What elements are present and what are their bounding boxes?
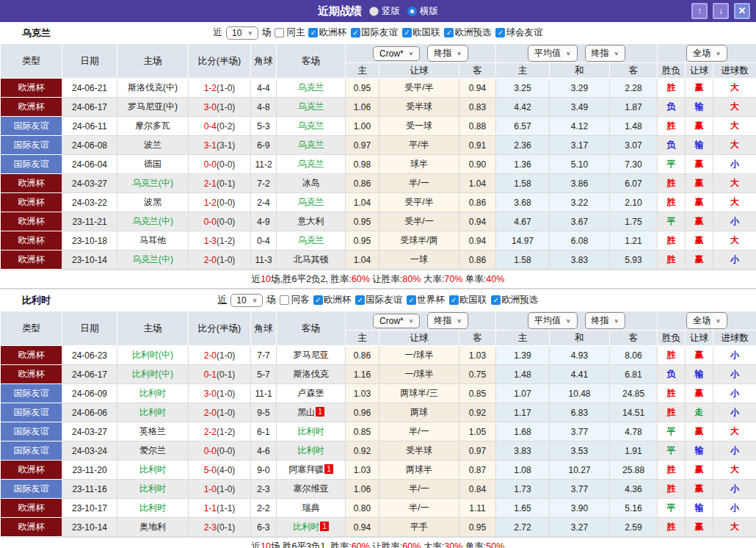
away-team-cell: 乌克兰 xyxy=(277,155,346,174)
summary-text: 单率: xyxy=(462,541,486,548)
home-odds-cell: 0.96 xyxy=(346,403,379,422)
home-team-cell: 摩尔多瓦 xyxy=(117,117,189,136)
average-select[interactable]: 平均值∨ xyxy=(528,45,578,62)
league-checkbox[interactable]: ✓国际友谊 xyxy=(355,294,402,306)
league-checkbox[interactable]: ✓欧国联 xyxy=(402,26,440,39)
titlebar-buttons: ↑ ↓ ✕ xyxy=(691,3,750,19)
date-cell: 23-10-14 xyxy=(62,250,117,270)
league-checkbox[interactable]: ✓欧洲杯 xyxy=(313,294,352,306)
date-cell: 23-10-18 xyxy=(62,231,117,250)
scope-select[interactable]: 全场∨ xyxy=(686,312,727,329)
avg-home-cell: 1.48 xyxy=(496,365,550,384)
recent-label: 近 xyxy=(218,294,228,306)
home-odds-cell: 0.95 xyxy=(346,212,379,231)
bookmaker-select[interactable]: Crow*∨ xyxy=(373,46,420,61)
full-time-score: 3-0 xyxy=(204,102,217,112)
avg-home-cell: 4.67 xyxy=(496,212,550,231)
col-home: 主场 xyxy=(117,44,189,79)
home-team-name: 乌克兰(中) xyxy=(132,254,173,264)
league-label: 欧洲预选 xyxy=(501,294,538,306)
home-team-name: 比利时(中) xyxy=(132,350,173,360)
half-time-score: (0-0) xyxy=(217,217,235,227)
same-venue-checkbox[interactable]: 同客 xyxy=(280,294,310,306)
full-time-score: 0-0 xyxy=(204,159,217,170)
date-cell: 24-06-06 xyxy=(62,403,117,422)
average-time-select[interactable]: 终指∨ xyxy=(585,312,626,329)
away-odds-cell: 0.88 xyxy=(459,117,496,136)
full-time-score: 0-4 xyxy=(204,121,217,131)
half-time-score: (0-1) xyxy=(217,522,235,533)
result-cell: 胜 xyxy=(658,193,686,212)
avg-draw-cell: 3.77 xyxy=(550,422,610,441)
layout-radio-vertical[interactable]: 竖版 xyxy=(369,5,400,18)
recent-count-value: 10 xyxy=(236,295,246,306)
away-team-name: 比利时 xyxy=(293,522,319,532)
league-checkbox[interactable]: ✓欧国联 xyxy=(449,294,487,306)
recent-count-select[interactable]: 10 ∨ xyxy=(226,26,258,40)
score-cell: 2-0(1-0) xyxy=(189,250,251,270)
move-up-button[interactable]: ↑ xyxy=(691,3,708,19)
league-checkbox[interactable]: ✓球会友谊 xyxy=(495,26,542,39)
scope-select[interactable]: 全场∨ xyxy=(686,45,727,62)
move-down-button[interactable]: ↓ xyxy=(713,3,729,19)
result-cell: 胜 xyxy=(658,461,686,480)
col-score: 比分(半场) xyxy=(189,44,251,79)
away-team-cell: 乌克兰 xyxy=(277,79,346,98)
matches-body: 欧洲杯24-06-23比利时(中)2-0(1-0)7-7罗马尼亚0.86一/球半… xyxy=(1,346,756,537)
result-cell: 胜 xyxy=(658,346,686,365)
corner-cell: 9-0 xyxy=(251,461,277,480)
competition-type-cell: 国际友谊 xyxy=(1,384,62,403)
bookmaker-select[interactable]: Crow*∨ xyxy=(373,314,420,328)
summary-text: 大率: xyxy=(421,274,444,284)
league-checkbox[interactable]: ✓欧洲预选 xyxy=(444,26,491,39)
score-cell: 0-1(0-1) xyxy=(189,365,251,384)
recent-count-select[interactable]: 10 ∨ xyxy=(230,294,263,307)
avg-away-cell: 2.10 xyxy=(610,193,658,212)
avg-home-cell: 6.57 xyxy=(496,117,550,136)
away-team-cell: 比利时 xyxy=(277,422,346,441)
avg-away-cell: 6.07 xyxy=(610,174,658,193)
league-checkbox[interactable]: ✓欧洲杯 xyxy=(308,26,346,39)
full-time-score: 3-1 xyxy=(204,140,217,151)
goals-result-cell: 小 xyxy=(713,346,756,365)
date-cell: 24-03-22 xyxy=(62,193,117,212)
odds-time-select[interactable]: 终指∨ xyxy=(427,312,468,329)
corner-cell: 5-7 xyxy=(251,365,277,384)
corner-cell: 11-1 xyxy=(251,384,277,403)
home-team-name: 罗马尼亚(中) xyxy=(128,101,178,112)
league-checkbox[interactable]: ✓世界杯 xyxy=(407,294,445,306)
away-odds-cell: 0.84 xyxy=(459,480,496,499)
date-cell: 24-06-21 xyxy=(62,79,117,98)
average-time-value: 终指 xyxy=(592,47,609,60)
away-odds-cell: 0.95 xyxy=(459,518,496,537)
same-venue-checkbox[interactable]: 同主 xyxy=(275,26,305,39)
league-checkbox[interactable]: ✓欧洲预选 xyxy=(491,294,538,306)
away-odds-cell: 0.83 xyxy=(459,98,496,117)
average-select[interactable]: 平均值∨ xyxy=(528,312,578,329)
match-row: 欧洲杯23-10-14乌克兰(中)2-0(1-0)11-3北马其顿1.04一球0… xyxy=(1,250,756,270)
average-value: 平均值 xyxy=(534,47,561,60)
avg-home-cell: 1.17 xyxy=(496,403,550,422)
league-label: 国际友谊 xyxy=(361,26,398,39)
league-checkbox[interactable]: ✓国际友谊 xyxy=(351,26,398,39)
full-time-score: 1-1 xyxy=(204,503,217,513)
layout-radio-horizontal[interactable]: 横版 xyxy=(407,5,438,18)
result-cell: 平 xyxy=(658,422,686,441)
average-group-header: 平均值∨ 终指∨ xyxy=(496,311,658,331)
close-button[interactable]: ✕ xyxy=(734,3,750,19)
avg-home-cell: 1.73 xyxy=(496,480,550,499)
away-odds-cell: 0.85 xyxy=(459,384,496,403)
avg-away-cell: 1.87 xyxy=(610,98,658,117)
match-row: 欧洲杯23-10-14奥地利2-3(0-1)6-3比利时10.94平手0.952… xyxy=(1,518,756,537)
full-time-score: 1-2 xyxy=(204,198,217,208)
chevron-down-icon: ∨ xyxy=(409,51,414,57)
average-time-select[interactable]: 终指∨ xyxy=(585,45,626,62)
checkbox-checked-icon: ✓ xyxy=(495,28,505,37)
col-odds-home: 主 xyxy=(346,63,379,79)
avg-home-cell: 1.58 xyxy=(496,250,550,270)
home-team-name: 比利时 xyxy=(139,407,166,417)
match-row: 欧洲杯24-06-21斯洛伐克(中)1-2(1-0)4-4乌克兰0.95受平/半… xyxy=(1,79,756,98)
half-time-score: (1-0) xyxy=(217,102,235,112)
odds-time-select[interactable]: 终指∨ xyxy=(427,45,468,62)
checkbox-checked-icon: ✓ xyxy=(407,295,416,305)
